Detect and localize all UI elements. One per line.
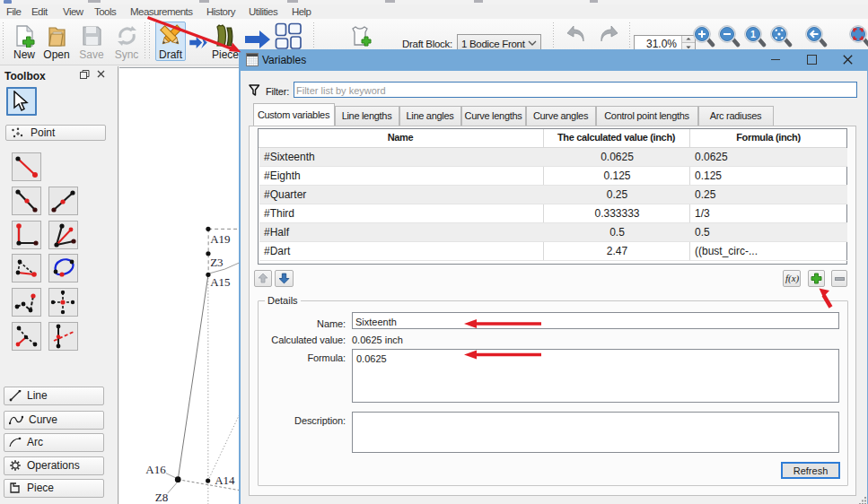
svg-text:A15: A15	[210, 275, 230, 289]
svg-text:Z8: Z8	[155, 491, 168, 504]
svg-text:A14: A14	[215, 474, 235, 487]
svg-text:A16: A16	[145, 463, 166, 476]
svg-text:Z3: Z3	[210, 256, 223, 269]
svg-text:A19: A19	[210, 232, 230, 246]
svg-text:1: 1	[750, 29, 756, 39]
